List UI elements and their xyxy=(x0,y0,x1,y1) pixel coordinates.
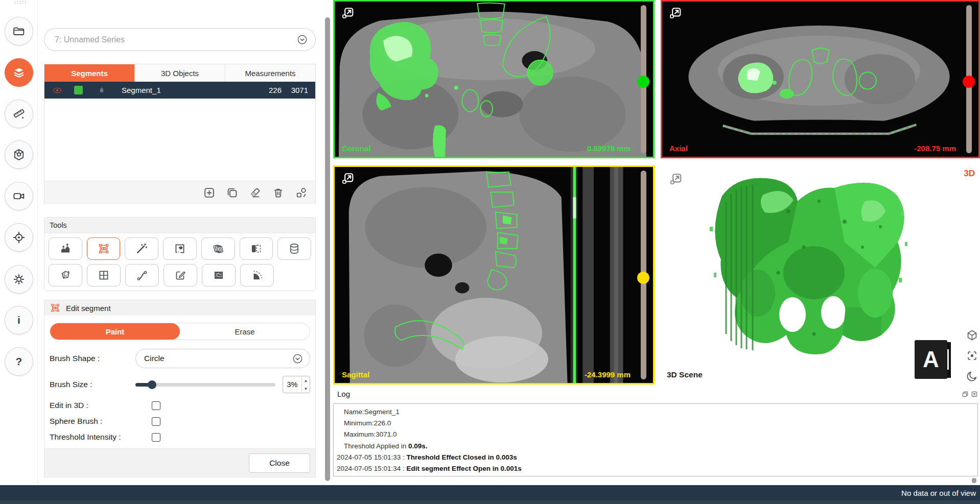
center-focus-icon[interactable] xyxy=(966,349,978,362)
3d-viewport[interactable]: 3D 3D Scene A xyxy=(661,165,980,385)
settings-button[interactable] xyxy=(5,265,33,294)
expand-viewport-icon[interactable] xyxy=(668,6,683,20)
tool-edit-segment-button[interactable] xyxy=(87,237,121,260)
drag-handle-dots xyxy=(14,1,26,4)
ungroup-segment-button[interactable] xyxy=(294,186,308,200)
split-mirror-icon xyxy=(249,242,263,255)
erase-segment-button[interactable] xyxy=(248,186,262,200)
threshold-intensity-checkbox[interactable] xyxy=(152,433,160,442)
log-panel[interactable]: Name:Segment_1 Minimum:226.0 Maximum:307… xyxy=(333,403,978,476)
island-removal-icon xyxy=(173,242,186,255)
tool-fan-angle-button[interactable] xyxy=(240,264,274,286)
coronal-viewport[interactable]: Coronal 0.83978 mm xyxy=(333,0,655,158)
spinner-down-button[interactable]: ▼ xyxy=(302,385,310,393)
grid-icon xyxy=(97,269,110,282)
left-icon-rail: i ? xyxy=(0,0,38,484)
segmentation-panel: 7: Unnamed Series Segments 3D Objects Me… xyxy=(38,0,322,484)
segment-list-card: Segments 3D Objects Measurements Segment… xyxy=(44,64,316,204)
help-button[interactable]: ? xyxy=(5,347,33,376)
status-bar: No data or out of view xyxy=(0,485,980,500)
dark-mode-moon-icon[interactable] xyxy=(966,370,978,382)
paint-mode-button[interactable]: Paint xyxy=(50,323,180,340)
3d-corner-label: 3D xyxy=(964,169,975,179)
axial-slider-handle[interactable] xyxy=(963,76,975,88)
add-segment-button[interactable] xyxy=(202,186,216,200)
folder-button[interactable] xyxy=(5,17,33,45)
close-box-icon[interactable] xyxy=(971,391,978,398)
log-window-controls xyxy=(962,391,978,398)
tool-spline-curve-button[interactable] xyxy=(125,264,159,286)
eraser-icon xyxy=(249,186,262,199)
tool-magic-wand-button[interactable] xyxy=(125,237,158,260)
tab-measurements[interactable]: Measurements xyxy=(225,64,315,82)
log-entry: Minimum:226.0 xyxy=(337,418,974,429)
brush-shape-dropdown[interactable]: Circle xyxy=(135,349,310,368)
tool-island-removal-button[interactable] xyxy=(163,237,197,260)
tool-copy-slices-button[interactable] xyxy=(201,237,235,260)
measure-button[interactable] xyxy=(5,100,33,128)
tool-threshold-button[interactable] xyxy=(49,237,82,260)
sagittal-ct-image[interactable] xyxy=(335,167,653,383)
edit-segment-title: Edit segment xyxy=(66,304,111,313)
expand-viewport-icon[interactable] xyxy=(669,172,683,186)
tab-segments[interactable]: Segments xyxy=(44,64,135,82)
brush-size-slider[interactable] xyxy=(135,380,275,389)
segments-button[interactable] xyxy=(5,58,33,87)
tool-cylinder-button[interactable] xyxy=(277,237,311,260)
info-button[interactable]: i xyxy=(5,306,33,334)
erase-mode-button[interactable]: Erase xyxy=(180,323,310,340)
series-dropdown[interactable]: 7: Unnamed Series xyxy=(44,28,316,51)
objects-3d-button[interactable] xyxy=(5,140,33,169)
locator-button[interactable] xyxy=(5,223,33,252)
visibility-eye-icon[interactable] xyxy=(52,85,63,96)
segment-row[interactable]: Segment_1 226 3071 xyxy=(44,82,315,99)
restore-window-icon[interactable] xyxy=(962,391,969,398)
duplicate-segment-button[interactable] xyxy=(225,186,239,200)
close-button[interactable]: Close xyxy=(249,453,310,473)
expand-viewport-icon[interactable] xyxy=(341,171,355,185)
edit-in-3d-checkbox[interactable] xyxy=(152,401,160,410)
tool-annotate-button[interactable] xyxy=(164,264,197,286)
segment-max-value: 3071 xyxy=(282,86,308,94)
orientation-marker-cube[interactable]: A xyxy=(915,340,947,379)
coronal-slider-handle[interactable] xyxy=(637,76,649,88)
tab-3d-objects[interactable]: 3D Objects xyxy=(135,64,225,82)
ungroup-icon xyxy=(295,186,308,199)
magic-wand-icon xyxy=(135,242,148,255)
recorder-button[interactable] xyxy=(5,182,33,210)
coronal-ct-image[interactable] xyxy=(335,2,653,157)
axial-ct-image[interactable] xyxy=(662,2,978,157)
add-icon xyxy=(203,186,216,199)
tool-split-mirror-button[interactable] xyxy=(240,237,273,260)
log-entry: Threshold Applied in 0.09s. xyxy=(337,441,974,452)
slider-track[interactable] xyxy=(135,383,275,387)
paint-erase-toggle: Paint Erase xyxy=(50,323,310,340)
tool-mesh-polygon-button[interactable] xyxy=(49,264,82,286)
sagittal-slider-handle[interactable] xyxy=(637,272,649,284)
delete-segment-button[interactable] xyxy=(271,186,285,200)
log-entry: Maximum:3071.0 xyxy=(337,429,974,440)
axial-label: Axial xyxy=(669,144,688,153)
gear-icon xyxy=(12,272,26,286)
brush-size-spinner[interactable]: 3% ▲ ▼ xyxy=(283,376,310,393)
segment-color-chip[interactable] xyxy=(74,86,83,94)
brush-shape-label: Brush Shape : xyxy=(50,354,135,363)
coronal-slice-position: 0.83978 mm xyxy=(587,144,631,153)
sphere-brush-label: Sphere Brush : xyxy=(50,417,152,426)
spinner-up-button[interactable]: ▲ xyxy=(302,376,310,385)
status-message: No data or out of view xyxy=(901,489,976,497)
sagittal-viewport[interactable]: Sagittal -24.3999 mm xyxy=(333,165,655,385)
tool-grid-button[interactable] xyxy=(87,264,121,286)
slider-handle[interactable] xyxy=(148,380,156,389)
cube-wireframe-icon[interactable] xyxy=(966,329,978,342)
panel-scrollbar[interactable] xyxy=(325,17,330,481)
chevron-down-icon xyxy=(292,353,304,365)
expand-viewport-icon[interactable] xyxy=(341,6,355,20)
panel-tabs: Segments 3D Objects Measurements xyxy=(44,64,315,82)
axial-viewport[interactable]: Axial -208.75 mm xyxy=(661,0,980,158)
sphere-brush-checkbox[interactable] xyxy=(152,417,160,426)
opacity-droplet-icon[interactable] xyxy=(97,86,106,95)
cylinder-icon xyxy=(288,242,301,255)
tool-texture-button[interactable] xyxy=(202,264,236,286)
segment-min-value: 226 xyxy=(255,86,282,94)
